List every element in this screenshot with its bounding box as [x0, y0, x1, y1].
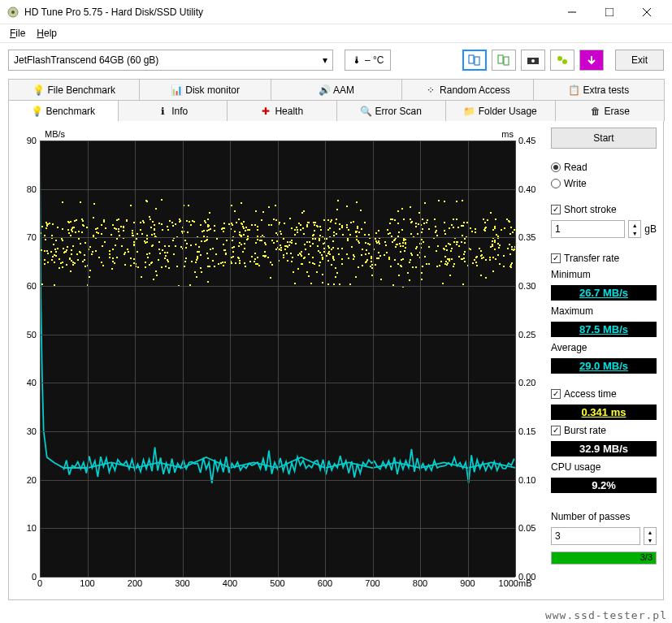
average-value: 29.0 MB/s: [551, 358, 657, 374]
thermometer-icon: 🌡: [352, 54, 362, 66]
drive-select-text: JetFlashTranscend 64GB (60 gB): [14, 54, 158, 66]
plot-area: [40, 141, 515, 577]
burst-rate-value: 32.9 MB/s: [551, 441, 657, 456]
start-button[interactable]: Start: [551, 128, 657, 149]
cpu-usage-value: 9.2%: [551, 478, 657, 493]
short-stroke-spinner[interactable]: ▲▼: [628, 220, 641, 238]
minimum-value: 26.7 MB/s: [551, 285, 657, 301]
drive-select[interactable]: JetFlashTranscend 64GB (60 gB) ▾: [8, 50, 333, 71]
options-button[interactable]: [550, 50, 574, 71]
svg-rect-6: [469, 55, 474, 63]
svg-point-13: [562, 59, 567, 64]
speaker-icon: 🔊: [319, 84, 330, 96]
tab-disk-monitor[interactable]: 📊Disk monitor: [139, 79, 271, 100]
titlebar: HD Tune Pro 5.75 - Hard Disk/SSD Utility: [0, 0, 672, 24]
svg-rect-3: [605, 8, 613, 16]
tab-erase[interactable]: 🗑Erase: [555, 100, 665, 121]
tab-benchmark[interactable]: 💡Benchmark: [8, 100, 119, 121]
clipboard-icon: 📋: [568, 84, 579, 96]
access-time-check[interactable]: ✓Access time: [551, 388, 657, 400]
tab-random-access[interactable]: ⁘Random Access: [401, 79, 533, 100]
side-panel: Start Read Write ✓Short stroke 1 ▲▼ gB ✓…: [551, 128, 657, 593]
access-time-value: 0.341 ms: [551, 405, 657, 420]
burst-rate-check[interactable]: ✓Burst rate: [551, 425, 657, 436]
write-radio[interactable]: Write: [551, 178, 657, 189]
screenshot-button[interactable]: [521, 50, 545, 71]
folder-icon: 📁: [464, 106, 475, 117]
passes-spinner[interactable]: ▲▼: [644, 527, 657, 545]
tab-health[interactable]: ✚Health: [227, 100, 337, 121]
svg-rect-8: [498, 55, 503, 63]
tab-folder-usage[interactable]: 📁Folder Usage: [445, 100, 556, 121]
lightbulb-icon: 💡: [31, 106, 42, 117]
menubar: File Help: [0, 24, 672, 43]
svg-point-1: [11, 11, 15, 14]
svg-rect-9: [504, 57, 509, 65]
watermark: www.ssd-tester.pl: [545, 609, 667, 621]
svg-point-12: [557, 56, 562, 61]
lightbulb-icon: 💡: [33, 84, 45, 96]
menu-file[interactable]: File: [5, 26, 30, 41]
copy-screenshot-button[interactable]: [492, 50, 516, 71]
svg-rect-7: [475, 57, 479, 65]
tab-info[interactable]: ℹInfo: [118, 100, 228, 121]
svg-point-11: [531, 59, 535, 63]
short-stroke-check[interactable]: ✓Short stroke: [551, 204, 657, 215]
temperature-value: – °C: [365, 54, 384, 66]
magnifier-icon: 🔍: [361, 106, 372, 117]
maximum-value: 87.5 MB/s: [551, 322, 657, 337]
average-label: Average: [551, 342, 657, 353]
y-axis-left-label: MB/s: [45, 129, 65, 139]
passes-progress: 3/3: [551, 552, 657, 565]
short-stroke-input[interactable]: 1: [551, 220, 625, 238]
tab-extra-tests[interactable]: 📋Extra tests: [533, 79, 665, 100]
tab-error-scan[interactable]: 🔍Error Scan: [336, 100, 447, 121]
toolbar: JetFlashTranscend 64GB (60 gB) ▾ 🌡 – °C …: [0, 43, 672, 76]
read-radio[interactable]: Read: [551, 162, 657, 173]
trash-icon: 🗑: [590, 106, 601, 117]
exit-button[interactable]: Exit: [615, 50, 664, 71]
cpu-usage-label: CPU usage: [551, 461, 657, 473]
tab-aam[interactable]: 🔊AAM: [271, 79, 402, 100]
close-button[interactable]: [628, 0, 665, 24]
passes-input[interactable]: 3: [551, 527, 640, 545]
menu-help[interactable]: Help: [32, 26, 62, 41]
scatter-icon: ⁘: [425, 84, 436, 96]
copy-text-button[interactable]: [462, 50, 487, 71]
chevron-down-icon: ▾: [323, 54, 327, 66]
save-button[interactable]: [579, 50, 604, 71]
passes-label: Number of passes: [551, 511, 657, 522]
content: MB/s ms 0102030405060708090 0.000.050.10…: [8, 121, 664, 600]
benchmark-chart: MB/s ms 0102030405060708090 0.000.050.10…: [15, 128, 543, 593]
temperature-display: 🌡 – °C: [345, 50, 391, 71]
y-axis-right-label: ms: [501, 129, 514, 139]
app-icon: [7, 6, 20, 19]
maximize-button[interactable]: [591, 0, 628, 24]
tab-strip: 💡File Benchmark 📊Disk monitor 🔊AAM ⁘Rand…: [8, 79, 664, 121]
short-stroke-unit: gB: [644, 223, 657, 235]
window-title: HD Tune Pro 5.75 - Hard Disk/SSD Utility: [24, 6, 553, 18]
chart-icon: 📊: [171, 84, 182, 96]
info-icon: ℹ: [157, 106, 168, 117]
maximum-label: Maximum: [551, 305, 657, 317]
progress-text: 3/3: [640, 552, 652, 562]
minimize-button[interactable]: [553, 0, 591, 24]
minimum-label: Minimum: [551, 269, 657, 280]
tab-file-benchmark[interactable]: 💡File Benchmark: [8, 79, 140, 100]
health-icon: ✚: [260, 106, 271, 117]
transfer-rate-check[interactable]: ✓Transfer rate: [551, 253, 657, 264]
